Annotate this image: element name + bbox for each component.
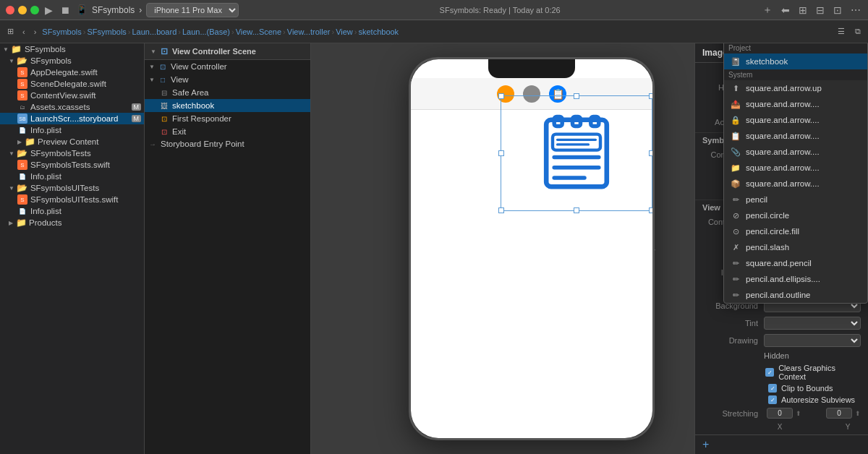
stretch-y-input[interactable] (826, 408, 852, 419)
layout3-button[interactable]: ⊡ (832, 3, 843, 17)
dd-item-square-pencil[interactable]: ✏ square.and.pencil (724, 255, 867, 271)
dd-item-square-arrow7-label: square.and.arrow.... (746, 179, 820, 188)
layout-button[interactable]: ⊞ (797, 3, 809, 17)
sidebar-preview[interactable]: ▶ 📁 Preview Content (0, 136, 144, 147)
folder-icon: 📂 (17, 148, 27, 158)
image-container (411, 153, 652, 269)
autoresize-checkbox[interactable]: ✓ (768, 395, 777, 404)
drawing-row: Drawing (695, 332, 868, 349)
sidebar-appdelegate-label: AppDelegate.swift (30, 68, 98, 77)
nav-left[interactable]: ‹ (20, 26, 28, 38)
scene-storyboard-entry[interactable]: → Storyboard Entry Point (145, 138, 310, 150)
play-button[interactable]: ▶ (43, 3, 54, 17)
image-dropdown[interactable]: sketchbook ▲ Project 📓 sketchbook System… (723, 43, 868, 304)
dd-item-pencil-ellipsis[interactable]: ✏ pencil.and.ellipsis.... (724, 271, 867, 287)
split-btn[interactable]: ⧉ (852, 25, 864, 38)
dd-item-square-arrow3[interactable]: 🔒 square.and.arrow.... (724, 112, 867, 128)
traffic-lights (6, 6, 39, 14)
breadcrumb-viewscene[interactable]: View...Scene (236, 27, 281, 36)
sidebar-storyboard[interactable]: SB LaunchScr....storyboard M (0, 113, 144, 124)
sidebar-assets[interactable]: 🗂 Assets.xcassets M (0, 101, 144, 113)
dd-item-pencil[interactable]: ✏ pencil (724, 192, 867, 207)
sidebar-infoplist1[interactable]: 📄 Info.plist (0, 124, 144, 136)
handle-tr[interactable] (649, 93, 652, 99)
sidebar-root[interactable]: ▼ 📁 SFsymbols (0, 43, 144, 55)
stop-button[interactable]: ⏹ (59, 3, 72, 17)
breadcrumb-view[interactable]: View (336, 27, 353, 36)
sidebar-tests-swift[interactable]: S SFsymbolsTests.swift (0, 159, 144, 171)
handle-br[interactable] (649, 207, 652, 213)
sidebar-infoplist3-label: Info.plist (30, 207, 61, 215)
handle-tl[interactable] (498, 93, 504, 99)
clip-bounds-checkbox[interactable]: ✓ (768, 384, 777, 393)
breadcrumb-sketchbook[interactable]: sketchbook (358, 27, 399, 36)
sidebar-tests-group[interactable]: ▼ 📂 SFsymbolsTests (0, 147, 144, 159)
sidebar-scenedelegate[interactable]: S SceneDelegate.swift (0, 78, 144, 90)
dd-item-pencil-slash[interactable]: ✗ pencil.slash (724, 239, 867, 255)
square-pencil-icon: ✏ (730, 257, 741, 269)
breadcrumb-launchbase[interactable]: Laun...(Base) (182, 27, 230, 36)
device-selector[interactable]: iPhone 11 Pro Max (146, 3, 239, 17)
sidebar-sfsymbols-group[interactable]: ▼ 📂 SFsymbols (0, 55, 144, 67)
handle-mr[interactable] (649, 150, 652, 156)
more-button[interactable]: ⋯ (849, 3, 862, 17)
pencil-ellipsis-icon: ✏ (730, 273, 741, 285)
sidebar-products[interactable]: ▶ 📁 Products (0, 217, 144, 228)
add-button[interactable]: ＋ (761, 2, 774, 18)
dd-item-sketchbook[interactable]: 📓 sketchbook (724, 53, 867, 69)
breadcrumb-viewcontroller[interactable]: View...troller (287, 27, 331, 36)
dd-item-square-arrow7[interactable]: 📦 square.and.arrow.... (724, 176, 867, 192)
scene-safearea[interactable]: ⊟ Safe Area (145, 86, 310, 99)
pencil-icon: ✏ (730, 194, 741, 205)
folder-icon: 📁 (25, 137, 35, 147)
sidebar-contentview[interactable]: S ContentView.swift (0, 90, 144, 101)
dd-item-square-arrow6[interactable]: 📁 square.and.arrow.... (724, 160, 867, 176)
sidebar-uitests-swift[interactable]: S SFsymbolsUITests.swift (0, 194, 144, 205)
tint-select[interactable] (764, 317, 861, 330)
maximize-button[interactable] (30, 6, 39, 14)
sidebar-infoplist3[interactable]: 📄 Info.plist (0, 205, 144, 217)
dd-item-pencil-circle[interactable]: ⊘ pencil.circle (724, 207, 867, 223)
drawing-select[interactable] (764, 334, 861, 347)
clears-graphics-checkbox[interactable]: ✓ (765, 368, 774, 377)
scene-firstresponder[interactable]: ⊡ First Responder (145, 112, 310, 125)
dd-item-pencil-outline[interactable]: ✏ pencil.and.outline (724, 287, 867, 303)
minimize-button[interactable] (18, 6, 27, 14)
nav-back[interactable]: ⬅ (780, 3, 791, 17)
selection-box[interactable] (501, 95, 652, 211)
add-inspector-btn[interactable]: + (702, 438, 709, 451)
dd-item-pencil-circle-fill[interactable]: ⊙ pencil.circle.fill (724, 223, 867, 239)
breadcrumb-sfsymbols1[interactable]: SFsymbols (42, 27, 81, 36)
nav-right[interactable]: › (31, 26, 40, 38)
handle-bl[interactable] (498, 207, 504, 213)
pencil-slash-icon: ✗ (730, 241, 741, 253)
handle-tm[interactable] (574, 93, 579, 99)
dd-item-square-arrow5[interactable]: 📎 square.and.arrow.... (724, 144, 867, 160)
sidebar-appdelegate[interactable]: S AppDelegate.swift (0, 67, 144, 78)
scene-viewcontroller[interactable]: ▼ ⊡ View Controller (145, 60, 310, 73)
canvas: → 📋 (311, 43, 694, 454)
list-view-btn[interactable]: ☰ (835, 25, 848, 38)
dd-item-square-arrow2[interactable]: 📤 square.and.arrow.... (724, 96, 867, 112)
view-icon: □ (158, 74, 168, 85)
handle-ml[interactable] (498, 150, 504, 156)
dd-item-square-arrow4[interactable]: 📋 square.and.arrow.... (724, 128, 867, 144)
scene-view[interactable]: ▼ □ View (145, 73, 310, 86)
layout2-button[interactable]: ⊟ (814, 3, 826, 17)
dd-item-pencil-circle-label: pencil.circle (746, 211, 789, 220)
breadcrumb-sfsymbols2[interactable]: SFsymbols (87, 27, 126, 36)
secondary-toolbar: ⊞ ‹ › SFsymbols › SFsymbols › Laun...boa… (0, 20, 868, 43)
scene-exit[interactable]: ⊡ Exit (145, 125, 310, 138)
dd-item-square-pencil-label: square.and.pencil (746, 259, 812, 267)
breadcrumb-launchboard[interactable]: Laun...board (132, 27, 177, 36)
scene-sketchbook[interactable]: 🖼 sketchbook (145, 99, 310, 112)
stretch-x-input[interactable] (767, 408, 793, 419)
sidebar-infoplist2[interactable]: 📄 Info.plist (0, 171, 144, 182)
square-arrow6-icon: 📁 (730, 162, 741, 174)
grid-view-btn[interactable]: ⊞ (4, 25, 17, 38)
dd-item-square-arrow-up[interactable]: ⬆ square.and.arrow.up (724, 80, 867, 96)
close-button[interactable] (6, 6, 14, 14)
handle-bm[interactable] (574, 207, 579, 213)
sidebar-uitests-group[interactable]: ▼ 📂 SFsymbolsUITests (0, 182, 144, 194)
sidebar-infoplist1-label: Info.plist (30, 126, 61, 134)
